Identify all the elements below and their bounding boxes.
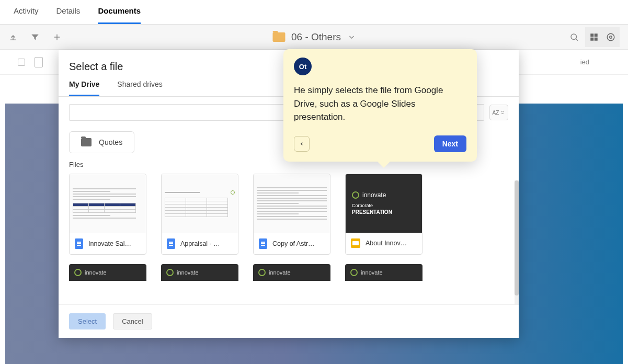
tour-back-button[interactable] <box>294 136 310 152</box>
top-tabs: Activity Details Documents <box>0 0 628 25</box>
file-thumbnail <box>70 174 146 233</box>
tour-callout: Ot He simply selects the file from Googl… <box>283 49 477 162</box>
google-doc-icon <box>259 238 267 249</box>
file-card[interactable]: innovate <box>69 264 146 281</box>
folder-name: 06 - Others <box>291 31 341 43</box>
upload-icon[interactable] <box>8 32 18 42</box>
folder-icon <box>272 32 285 42</box>
svg-point-5 <box>610 36 612 38</box>
google-doc-icon <box>75 238 83 249</box>
tab-documents[interactable]: Documents <box>98 6 141 24</box>
file-name: Appraisal - … <box>180 240 233 247</box>
file-name: About Innov… <box>366 240 417 247</box>
file-name: Innovate Sal… <box>88 240 141 247</box>
select-button[interactable]: Select <box>69 313 106 329</box>
tour-badge: Ot <box>294 58 312 75</box>
google-doc-icon <box>167 238 175 249</box>
search-icon[interactable] <box>569 32 579 42</box>
file-card[interactable]: Innovate Sal… <box>69 174 146 255</box>
tour-next-button[interactable]: Next <box>434 135 466 152</box>
file-thumbnail <box>254 174 330 233</box>
folder-quotes[interactable]: Quotes <box>69 131 134 153</box>
file-card[interactable]: innovate <box>161 264 238 281</box>
google-slides-icon <box>351 238 360 248</box>
folder-icon <box>81 138 92 146</box>
svg-rect-3 <box>590 37 593 40</box>
files-heading: Files <box>69 161 508 168</box>
svg-rect-1 <box>590 33 593 37</box>
breadcrumb[interactable]: 06 - Others <box>272 31 356 43</box>
svg-point-6 <box>607 33 614 41</box>
chevron-down-icon <box>347 33 356 41</box>
svg-rect-4 <box>595 37 598 40</box>
cancel-button[interactable]: Cancel <box>113 313 152 329</box>
tab-shared-drives[interactable]: Shared drives <box>117 80 162 96</box>
scrollbar-thumb[interactable] <box>515 180 519 295</box>
file-icon <box>35 57 43 67</box>
svg-rect-2 <box>595 33 598 37</box>
svg-point-0 <box>571 34 577 40</box>
scrollbar-track[interactable] <box>515 180 519 304</box>
file-thumbnail <box>162 174 238 233</box>
file-name: Copy of Astr… <box>272 240 325 247</box>
tab-my-drive[interactable]: My Drive <box>69 80 99 96</box>
file-card[interactable]: Copy of Astr… <box>253 174 330 255</box>
tab-details[interactable]: Details <box>56 6 81 24</box>
file-card[interactable]: Appraisal - … <box>161 174 238 255</box>
checkbox[interactable] <box>18 59 25 66</box>
file-card[interactable]: innovate <box>345 264 423 281</box>
filter-icon[interactable] <box>30 32 40 42</box>
row-trailing-text: ied <box>580 58 589 66</box>
sort-button[interactable]: AZ <box>489 105 508 120</box>
plus-icon[interactable] <box>52 32 62 42</box>
folder-label: Quotes <box>99 138 122 146</box>
file-card[interactable]: innovate CorporatePRESENTATION About Inn… <box>345 174 423 255</box>
grid-view-icon[interactable] <box>589 32 599 42</box>
tab-activity[interactable]: Activity <box>14 6 39 24</box>
toolbar: 06 - Others <box>0 25 628 50</box>
gear-icon[interactable] <box>606 32 615 42</box>
file-card[interactable]: innovate <box>253 264 330 281</box>
file-thumbnail: innovate CorporatePRESENTATION <box>346 174 422 233</box>
tour-text: He simply selects the file from Google D… <box>294 84 466 124</box>
